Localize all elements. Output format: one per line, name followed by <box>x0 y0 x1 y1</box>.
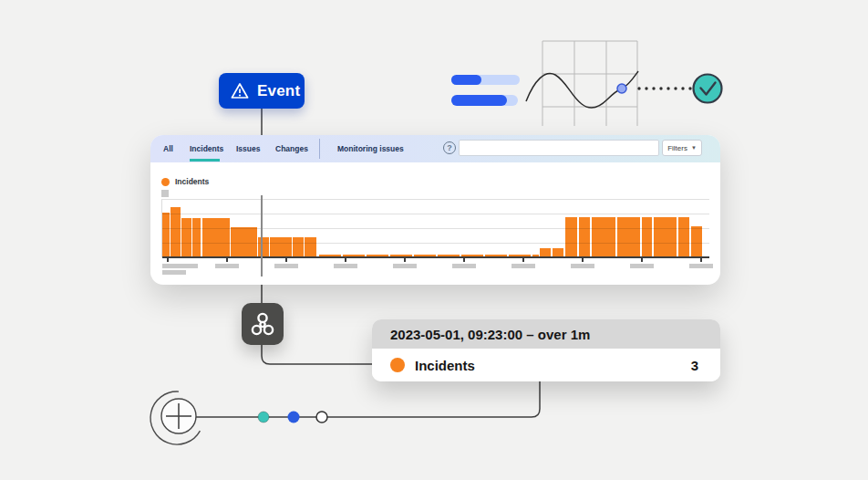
axis-label-placeholder <box>215 264 239 268</box>
tooltip-body: Incidents 3 <box>372 349 720 381</box>
axis-tick <box>522 258 524 262</box>
gridline <box>162 228 709 229</box>
add-node-icon[interactable] <box>150 391 200 444</box>
axis-label-placeholder <box>512 264 535 268</box>
tooltip-header: 2023-05-01, 09:23:00 – over 1m <box>372 319 720 349</box>
incident-bar[interactable] <box>579 217 590 257</box>
axis-tick <box>463 258 465 262</box>
warning-triangle-icon <box>231 82 249 99</box>
axis-tick <box>700 258 702 262</box>
mini-line-chart <box>526 41 638 126</box>
skeleton-bars <box>451 75 520 106</box>
event-button-label: Event <box>257 82 300 100</box>
incident-bar[interactable] <box>270 237 292 257</box>
event-button[interactable]: Event <box>219 73 305 109</box>
incident-bar[interactable] <box>202 218 230 257</box>
check-icon <box>694 75 722 103</box>
axis-tick <box>226 258 228 262</box>
timeline-dots <box>258 412 327 423</box>
incident-bar[interactable] <box>565 217 577 257</box>
axis-tick <box>285 258 287 262</box>
data-point-dot <box>617 84 626 93</box>
incident-bar[interactable] <box>192 218 201 257</box>
teal-dot <box>258 412 269 423</box>
axis-label-placeholder <box>393 264 417 268</box>
axis-label-placeholder <box>274 264 298 268</box>
axis-label-placeholder <box>162 264 198 268</box>
axis-tick <box>404 258 406 262</box>
white-dot <box>316 412 327 423</box>
axis-tick <box>641 258 643 262</box>
gridline <box>162 243 709 244</box>
axis-label-placeholder <box>452 264 476 268</box>
incident-bar[interactable] <box>181 218 191 257</box>
incident-bar[interactable] <box>691 226 702 257</box>
axis-label-placeholder-row2 <box>162 270 186 275</box>
illustration-canvas: Event All Incidents Issues Changes Monit… <box>0 0 868 480</box>
axis-label-placeholder <box>689 264 713 268</box>
incident-bar[interactable] <box>170 207 181 257</box>
chart-tooltip: 2023-05-01, 09:23:00 – over 1m Incidents… <box>372 319 720 381</box>
cluster-icon <box>249 310 276 338</box>
incident-bar[interactable] <box>678 217 689 257</box>
axis-tick <box>582 258 584 262</box>
axis-label-placeholder <box>571 264 594 268</box>
incident-bar[interactable] <box>258 237 269 257</box>
x-axis-line <box>162 256 709 258</box>
chart-crosshair <box>261 195 263 277</box>
dotted-line <box>637 87 691 89</box>
tooltip-value: 3 <box>691 358 698 373</box>
incident-bar[interactable] <box>162 213 170 257</box>
incident-bar[interactable] <box>642 217 652 257</box>
monitoring-panel: All Incidents Issues Changes Monitoring … <box>150 135 720 285</box>
tooltip-series-dot <box>390 358 405 372</box>
axis-tick <box>345 258 346 262</box>
axis-label-placeholder <box>630 264 654 268</box>
gridline <box>162 199 709 200</box>
tooltip-series-label: Incidents <box>415 358 691 373</box>
gridline <box>162 214 709 214</box>
chart-bars <box>162 135 709 285</box>
axis-tick <box>167 258 169 262</box>
incident-bar[interactable] <box>305 237 316 257</box>
axis-label-placeholder <box>334 264 357 268</box>
topology-node-button[interactable] <box>242 303 284 345</box>
incident-bar[interactable] <box>617 217 640 257</box>
blue-dot <box>288 412 300 423</box>
incident-bar[interactable] <box>654 217 677 257</box>
incident-bar[interactable] <box>592 217 615 257</box>
incident-bar[interactable] <box>293 237 304 257</box>
